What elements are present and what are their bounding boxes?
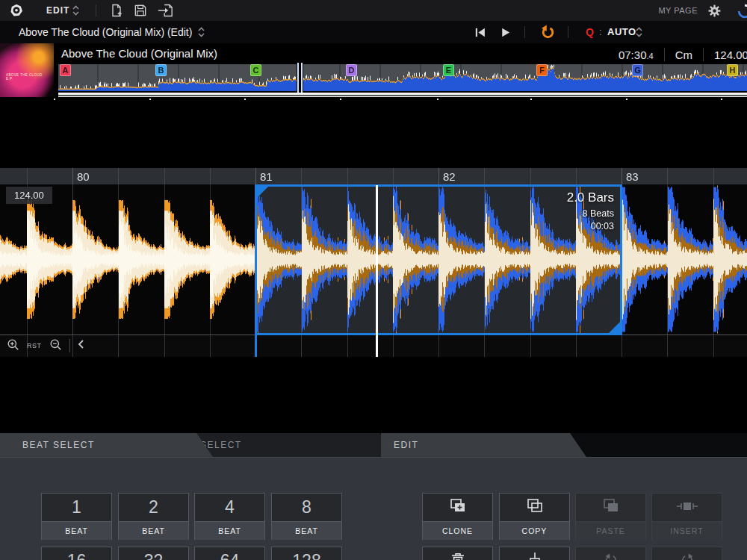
album-art-caption: ABOVE THE CLOUD E.P. [6,73,49,81]
top-bar: EDIT [0,0,747,22]
chevron-updown-icon[interactable] [635,26,643,41]
edit-menu[interactable]: EDIT [46,5,69,16]
cue-tick [530,99,532,100]
bottom-panel: 1BEAT2BEAT4BEAT8BEAT16BEAT32BEAT64BEAT12… [0,457,747,560]
beat-button-value: 128 [292,551,320,560]
skip-start-button[interactable] [474,26,486,42]
tab-select[interactable]: SELECT [178,433,396,457]
tab-beat-select[interactable]: BEAT SELECT [0,433,213,457]
overview-playhead[interactable] [297,63,303,93]
selection-left-handle[interactable] [255,184,257,357]
beat-button-8[interactable]: 8BEAT [271,493,342,540]
chevron-updown-icon[interactable] [197,26,205,41]
save-icon[interactable] [133,3,148,18]
track-key: Cm [675,49,692,61]
selection-bottom-edge[interactable] [255,333,622,335]
my-page-link[interactable]: MY PAGE [658,6,698,15]
clone-button[interactable]: CLONE [422,493,493,540]
track-time: 07:30.4 [619,49,654,61]
cue-tick [340,99,341,100]
beat-button-1[interactable]: 1BEAT [41,493,112,540]
beat-button-2[interactable]: 2BEAT [118,493,189,540]
progress-bar [58,96,747,97]
bar-number: 80 [77,170,90,183]
rekordbox-edit-window: EDIT [0,0,747,560]
beat-button-4[interactable]: 4BEAT [194,493,265,540]
track-selector[interactable]: Above The Cloud (Original Mix) (Edit) [19,26,192,38]
settings-gear-icon[interactable] [707,4,722,18]
paste-button: PASTE [575,493,646,540]
track-title: Above The Cloud (Original Mix) [61,47,217,60]
toolbar-divider [568,26,568,38]
edit-button-label: PASTE [576,521,645,540]
beat-button-32[interactable]: 32BEAT [118,547,189,560]
transport-bar: Above The Cloud (Original Mix) (Edit) Q … [0,21,747,43]
beat-button-value: 2 [149,497,158,517]
playhead[interactable] [376,185,378,357]
waveform-zoom-controls: RST [6,337,86,354]
cue-marker-e[interactable]: E [443,64,454,76]
delete-button[interactable]: DELETE [422,547,493,560]
undo-button: UNDO [575,547,646,560]
selection-bars: 2.0 Bars [567,190,614,205]
tab-edit[interactable]: EDIT [381,433,586,457]
selection-info: 2.0 Bars 8 Beats 00:03 [567,190,614,234]
rst-button[interactable]: RST [27,342,42,349]
overview-waveform[interactable]: ABCDEFGH [58,64,747,91]
cue-marker-f[interactable]: F [536,64,548,76]
selection-corner-handle[interactable] [257,187,268,198]
beat-button-caption: BEAT [195,521,264,540]
quantize-value[interactable]: AUTO [607,26,636,37]
bar-number: 83 [626,170,639,183]
main-waveform[interactable] [0,168,747,357]
undo-arrow-button[interactable] [539,24,557,44]
redo-button: REDO [651,547,722,560]
track-meta: 07:30.4 Cm 124.00 [619,46,747,63]
bpm-chip: 124.00 [6,187,52,204]
selection-top-edge[interactable] [255,184,622,187]
insert-button: INSERT [651,493,722,540]
cue-tick [437,99,438,100]
rekordbox-logo-icon [9,3,24,18]
edit-button-label: INSERT [652,521,722,540]
chevron-updown-icon[interactable] [72,4,80,16]
meta-divider [664,48,665,61]
selection-right-handle[interactable] [620,184,622,335]
bottom-tab-row: BEAT SELECT SELECT EDIT [0,433,747,457]
insert-icon [676,497,698,519]
edit-button-label: CLONE [423,521,492,540]
selection-corner-handle[interactable] [609,322,620,333]
sync-status-icon[interactable] [737,3,747,19]
zoom-in-button[interactable] [6,337,20,355]
cue-marker-d[interactable]: D [346,64,357,76]
progress-bar[interactable] [58,93,747,95]
cue-marker-a[interactable]: A [60,64,71,76]
beat-button-16[interactable]: 16BEAT [41,547,112,560]
beat-button-value: 4 [225,497,235,517]
copy-icon [525,497,545,519]
bar-number: 82 [443,170,456,183]
toolbar-divider [96,4,96,16]
cue-marker-g[interactable]: G [632,64,643,76]
cue-marker-c[interactable]: C [250,64,261,76]
play-button[interactable] [499,26,512,42]
beat-button-64[interactable]: 64BEAT [194,547,265,560]
quantize-icon[interactable]: Q [586,26,594,38]
track-bpm: 124.00 [714,49,747,61]
beat-button-value: 32 [144,551,164,560]
toolbar-divider [524,26,525,38]
beat-button-value: 16 [67,551,87,560]
beat-button-128[interactable]: 128BEAT [271,547,342,560]
cue-marker-h[interactable]: H [727,64,738,76]
beat-button-value: 8 [302,497,311,517]
quantize-colon: : [599,26,602,37]
copy-button[interactable]: COPY [499,493,570,540]
paste-icon [601,497,621,519]
clear-button[interactable]: CLEAR [499,547,570,560]
collapse-left-icon[interactable] [77,339,86,352]
new-track-icon[interactable] [109,3,124,18]
clear-icon [526,551,544,560]
export-icon[interactable] [157,3,173,18]
zoom-out-button[interactable] [49,337,63,355]
cue-marker-b[interactable]: B [155,64,167,76]
